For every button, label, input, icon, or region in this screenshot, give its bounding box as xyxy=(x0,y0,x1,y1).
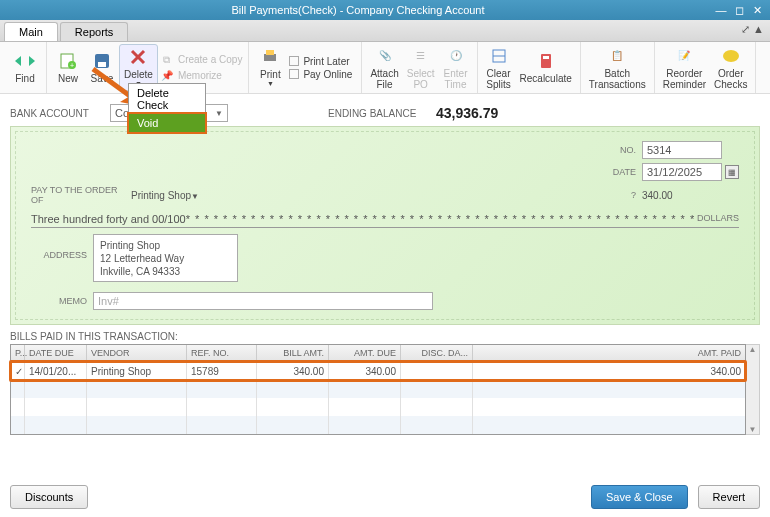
grid-header: P... DATE DUE VENDOR REF. NO. BILL AMT. … xyxy=(11,345,745,362)
maximize-icon[interactable]: ◻ xyxy=(732,3,746,17)
delete-check-item[interactable]: Delete Check xyxy=(129,84,205,114)
table-row[interactable]: ✓ 14/01/20... Printing Shop 15789 340.00… xyxy=(11,362,745,380)
revert-button[interactable]: Revert xyxy=(698,485,760,509)
reminder-icon: 📝 xyxy=(674,46,694,66)
new-button[interactable]: +New xyxy=(51,49,85,86)
new-label: New xyxy=(58,73,78,84)
address-label: ADDRESS xyxy=(31,250,87,260)
check-area: NO.5314 DATE31/12/2025▦ PAY TO THE ORDER… xyxy=(10,126,760,325)
titlebar: Bill Payments(Check) - Company Checking … xyxy=(0,0,770,20)
clear-icon xyxy=(489,46,509,66)
clock-icon: 🕐 xyxy=(446,46,466,66)
svg-rect-10 xyxy=(266,50,274,55)
col-p[interactable]: P... xyxy=(11,345,25,361)
arrows-icon xyxy=(15,51,35,71)
grid-body: ✓ 14/01/20... Printing Shop 15789 340.00… xyxy=(11,362,745,434)
nav-prev-next[interactable]: Find xyxy=(8,49,42,86)
col-amt-due[interactable]: AMT. DUE xyxy=(329,345,401,361)
memorize-button: 📌Memorize xyxy=(158,68,244,84)
batch-transactions-button[interactable]: 📋Batch Transactions xyxy=(585,44,650,92)
close-icon[interactable]: ✕ xyxy=(750,3,764,17)
col-ref-no[interactable]: REF. NO. xyxy=(187,345,257,361)
amount-q-label: ? xyxy=(606,190,636,200)
tab-reports[interactable]: Reports xyxy=(60,22,129,41)
pin-icon: 📌 xyxy=(160,69,174,83)
attach-file-button[interactable]: 📎Attach File xyxy=(366,44,402,92)
svg-marker-0 xyxy=(15,56,21,66)
address-input[interactable]: Printing Shop 12 Letterhead Way Inkville… xyxy=(93,234,238,282)
paperclip-icon: 📎 xyxy=(375,46,395,66)
discounts-button[interactable]: Discounts xyxy=(10,485,88,509)
recalculate-button[interactable]: Recalculate xyxy=(516,49,576,86)
chevron-down-icon: ▼ xyxy=(191,192,199,201)
table-row[interactable] xyxy=(11,380,745,398)
content-area: BANK ACCOUNT Compa ........... unt ▼ END… xyxy=(0,94,770,441)
print-later-checkbox[interactable]: Print Later xyxy=(287,55,357,68)
calculator-icon xyxy=(536,51,556,71)
svg-text:+: + xyxy=(70,62,74,69)
table-row[interactable] xyxy=(11,398,745,416)
pay-online-checkbox[interactable]: Pay Online xyxy=(287,68,357,81)
grid-title: BILLS PAID IN THIS TRANSACTION: xyxy=(10,331,760,342)
calendar-icon[interactable]: ▦ xyxy=(725,165,739,179)
amount-words: Three hundred forty and 00/100* * * * * … xyxy=(31,211,739,228)
grid-scrollbar[interactable]: ▲▼ xyxy=(746,344,760,435)
batch-icon: 📋 xyxy=(607,46,627,66)
checkbox-icon xyxy=(289,56,299,66)
col-bill-amt[interactable]: BILL AMT. xyxy=(257,345,329,361)
copy-icon: ⧉ xyxy=(160,53,174,67)
reorder-reminder-button[interactable]: 📝Reorder Reminder xyxy=(659,44,710,92)
table-row[interactable] xyxy=(11,416,745,434)
col-amt-paid[interactable]: AMT. PAID xyxy=(473,345,745,361)
svg-point-15 xyxy=(723,50,739,62)
svg-rect-9 xyxy=(264,54,276,61)
bills-grid: P... DATE DUE VENDOR REF. NO. BILL AMT. … xyxy=(10,344,746,435)
no-label: NO. xyxy=(606,145,636,155)
chevron-down-icon: ▼ xyxy=(267,80,274,88)
svg-rect-14 xyxy=(543,56,549,59)
po-icon: ☰ xyxy=(411,46,431,66)
enter-time-button: 🕐Enter Time xyxy=(439,44,473,92)
minimize-icon[interactable]: — xyxy=(714,3,728,17)
chevron-down-icon: ▼ xyxy=(215,109,223,118)
col-date-due[interactable]: DATE DUE xyxy=(25,345,87,361)
amount-input[interactable]: 340.00 xyxy=(642,190,722,201)
ending-balance-value: 43,936.79 xyxy=(436,105,498,121)
memo-label: MEMO xyxy=(31,296,87,306)
expand-icon[interactable]: ⤢ ▲ xyxy=(741,23,764,36)
window-title: Bill Payments(Check) - Company Checking … xyxy=(6,4,710,16)
create-copy-button: ⧉Create a Copy xyxy=(158,52,244,68)
delete-dropdown: Delete Check Void xyxy=(128,83,206,133)
svg-line-16 xyxy=(93,69,130,96)
check-date-input[interactable]: 31/12/2025 xyxy=(642,163,722,181)
memo-input[interactable]: Inv# xyxy=(93,292,433,310)
find-label: Find xyxy=(15,73,34,84)
select-po-button: ☰Select PO xyxy=(403,44,439,92)
tab-main[interactable]: Main xyxy=(4,22,58,41)
payto-select[interactable]: Printing Shop▼ xyxy=(131,190,321,201)
save-close-button[interactable]: Save & Close xyxy=(591,485,688,509)
clear-splits-button[interactable]: Clear Splits xyxy=(482,44,516,92)
print-icon xyxy=(260,47,280,67)
col-vendor[interactable]: VENDOR xyxy=(87,345,187,361)
checks-icon xyxy=(721,46,741,66)
col-disc-da[interactable]: DISC. DA... xyxy=(401,345,473,361)
ending-balance-label: ENDING BALANCE xyxy=(328,108,428,119)
checkbox-icon xyxy=(289,69,299,79)
new-icon: + xyxy=(58,51,78,71)
payto-label: PAY TO THE ORDER OF xyxy=(31,185,131,205)
void-item[interactable]: Void xyxy=(127,112,207,134)
order-checks-button[interactable]: Order Checks xyxy=(710,44,751,92)
footer: Discounts Save & Close Revert xyxy=(10,485,760,509)
check-no-input[interactable]: 5314 xyxy=(642,141,722,159)
svg-marker-1 xyxy=(29,56,35,66)
date-label: DATE xyxy=(606,167,636,177)
print-button[interactable]: Print▼ xyxy=(253,45,287,90)
tabstrip: Main Reports ⤢ ▲ xyxy=(0,20,770,42)
